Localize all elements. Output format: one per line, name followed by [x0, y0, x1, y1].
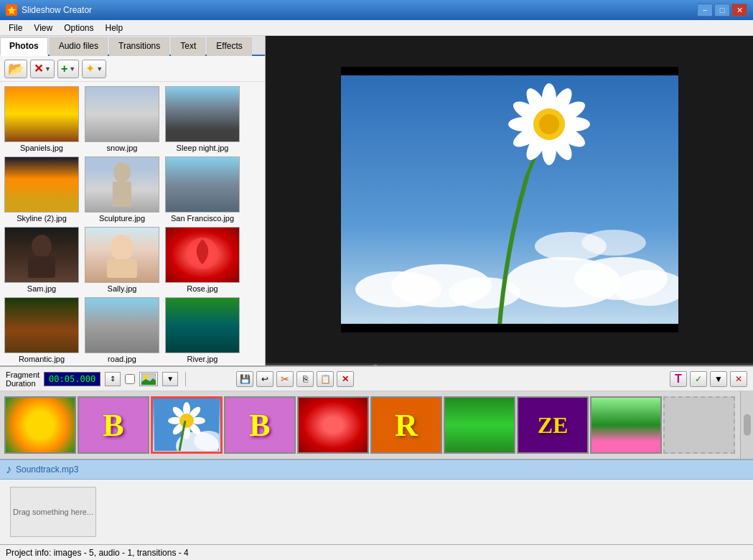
svg-point-15: [581, 230, 646, 256]
timeline-scrollbar[interactable]: [740, 391, 753, 459]
fragment-dropdown-button[interactable]: ▼: [162, 372, 178, 386]
photo-label: Sleep night.jpg: [177, 144, 229, 152]
tab-transitions[interactable]: Transitions: [109, 37, 169, 56]
status-text: Project info: images - 5, audio - 1, tra…: [6, 548, 189, 558]
check-dropdown-button[interactable]: ▼: [710, 371, 727, 387]
fragment-time[interactable]: 00:05.000: [44, 372, 100, 386]
status-bar: Project info: images - 5, audio - 1, tra…: [0, 544, 753, 560]
photo-label: Sam.jpg: [27, 284, 56, 293]
list-item[interactable]: Spaniels.jpg: [3, 85, 80, 154]
check-button[interactable]: ✓: [690, 371, 707, 387]
window-title: Slideshow Creator: [22, 5, 697, 15]
bottom-panel: FragmentDuration 00:05.000 ⇕ ▼ 💾 ↩ ✂ ⎘ 📋…: [0, 365, 753, 560]
table-row[interactable]: ZE: [517, 396, 589, 454]
tab-effects[interactable]: Effects: [207, 37, 251, 56]
photo-grid: Spaniels.jpg snow.jpg Sleep night.jpg Sk…: [0, 82, 265, 365]
audio-track: ♪ Soundtrack.mp3: [0, 459, 753, 480]
right-panel: ⏮ ⏪ ▶ ⏩ ⏭ ■ 📷 ⛶ 7.0 s / 33.0 s: [266, 36, 753, 402]
drag-area[interactable]: Drag something here...: [10, 487, 96, 537]
tab-audio-files[interactable]: Audio files: [50, 37, 108, 56]
tab-photos[interactable]: Photos: [0, 37, 48, 56]
list-item[interactable]: Sam.jpg: [3, 225, 80, 294]
list-item[interactable]: road.jpg: [83, 296, 161, 365]
svg-point-29: [539, 114, 559, 134]
menu-bar: File View Options Help: [0, 20, 753, 36]
window-controls[interactable]: − □ ✕: [697, 4, 747, 17]
list-item[interactable]: River.jpg: [164, 296, 241, 365]
svg-point-2: [32, 235, 52, 258]
save-button[interactable]: 💾: [236, 371, 253, 387]
copy-button[interactable]: ⎘: [296, 371, 314, 387]
star-button[interactable]: ✦ ▼: [82, 60, 106, 78]
photo-row-1: Spaniels.jpg snow.jpg Sleep night.jpg: [3, 85, 262, 154]
photo-thumbnail: [4, 297, 79, 353]
delete-dropdown-arrow: ▼: [45, 65, 51, 73]
app-icon: ⭐: [6, 4, 17, 16]
table-row[interactable]: [444, 396, 515, 454]
table-row[interactable]: [4, 396, 76, 454]
photo-thumbnail: [4, 157, 79, 213]
menu-view[interactable]: View: [28, 22, 58, 34]
delete-button[interactable]: ✕ ▼: [30, 60, 55, 78]
table-row[interactable]: R: [370, 396, 442, 454]
table-row[interactable]: B: [78, 396, 149, 454]
cut-button[interactable]: ✂: [276, 371, 294, 387]
preview-image: [341, 67, 678, 332]
photo-row-2: Skyline (2).jpg Sculpture.jpg San Franci…: [3, 155, 262, 224]
menu-file[interactable]: File: [3, 22, 28, 34]
left-panel: Photos Audio files Transitions Text Effe…: [0, 36, 266, 402]
open-button[interactable]: 📂: [4, 60, 27, 78]
maximize-button[interactable]: □: [714, 4, 730, 17]
svg-rect-31: [341, 324, 678, 332]
photo-label: San Francisco.jpg: [171, 214, 234, 223]
fragment-arrows-button[interactable]: ⇕: [105, 372, 121, 386]
photo-label: River.jpg: [187, 355, 218, 363]
close-button[interactable]: ✕: [731, 4, 747, 17]
delete-icon: ✕: [34, 62, 43, 75]
fragment-checkbox[interactable]: [125, 374, 135, 384]
cross-button[interactable]: ✕: [730, 371, 747, 387]
delete-button[interactable]: ✕: [337, 371, 354, 387]
photo-thumbnail: [85, 227, 159, 283]
text-T-button[interactable]: T: [670, 371, 687, 387]
fragment-image-button[interactable]: [139, 372, 158, 386]
list-item[interactable]: Sculpture.jpg: [83, 155, 161, 224]
left-toolbar: 📂 ✕ ▼ + ▼ ✦ ▼: [0, 56, 265, 82]
photo-thumbnail: [165, 157, 240, 213]
svg-point-0: [113, 162, 131, 182]
list-item[interactable]: Sally.jpg: [83, 225, 161, 294]
table-row[interactable]: [663, 396, 735, 454]
paste-button[interactable]: 📋: [317, 371, 334, 387]
menu-options[interactable]: Options: [58, 22, 99, 34]
preview-area: [266, 36, 753, 363]
menu-help[interactable]: Help: [100, 22, 129, 34]
minimize-button[interactable]: −: [697, 4, 713, 17]
title-bar: ⭐ Slideshow Creator − □ ✕: [0, 0, 753, 20]
star-dropdown-arrow: ▼: [96, 65, 103, 73]
table-row[interactable]: [151, 396, 223, 454]
list-item[interactable]: San Francisco.jpg: [164, 155, 241, 224]
list-item[interactable]: Sleep night.jpg: [164, 85, 241, 154]
svg-rect-30: [341, 67, 678, 75]
photo-label: Spaniels.jpg: [20, 144, 63, 152]
table-row[interactable]: B: [224, 396, 296, 454]
undo-button[interactable]: ↩: [256, 371, 273, 387]
open-icon: 📂: [8, 61, 24, 77]
photo-label: road.jpg: [108, 355, 136, 363]
table-row[interactable]: [297, 396, 369, 454]
table-row[interactable]: [590, 396, 662, 454]
list-item[interactable]: Skyline (2).jpg: [3, 155, 80, 224]
list-item[interactable]: Rose.jpg: [164, 225, 241, 294]
timeline-scroll: B: [0, 391, 740, 459]
list-item[interactable]: snow.jpg: [83, 85, 161, 154]
photo-thumbnail: [85, 297, 159, 353]
photo-thumbnail: [85, 157, 159, 213]
fragment-label: FragmentDuration: [6, 370, 39, 388]
tabs: Photos Audio files Transitions Text Effe…: [0, 36, 265, 56]
main-container: Photos Audio files Transitions Text Effe…: [0, 36, 753, 402]
add-dropdown-arrow: ▼: [69, 65, 75, 73]
tab-text[interactable]: Text: [171, 37, 205, 56]
photo-thumbnail: [165, 86, 240, 142]
add-button[interactable]: + ▼: [57, 60, 79, 78]
list-item[interactable]: Romantic.jpg: [3, 296, 80, 365]
